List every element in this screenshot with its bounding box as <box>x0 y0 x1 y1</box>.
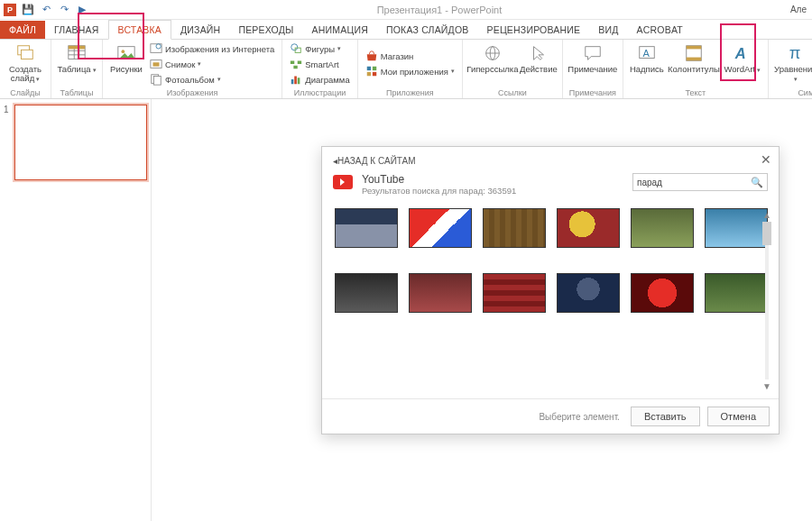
svg-rect-19 <box>298 61 301 65</box>
group-apps: Магазин Мои приложения ▾ Приложения <box>358 40 463 98</box>
search-input[interactable]: парад 🔍 <box>632 173 768 191</box>
powerpoint-app-icon <box>4 4 16 16</box>
annotation-highlight-video-button <box>720 23 756 81</box>
svg-point-16 <box>291 44 298 50</box>
equation-button[interactable]: π Уравнение <box>774 41 812 84</box>
slide-number: 1 <box>4 105 11 180</box>
smartart-button[interactable]: SmartArt <box>288 57 351 71</box>
results-scrollbar[interactable]: ▲ ▼ <box>761 210 773 391</box>
group-links: Гиперссылка Действие Ссылки <box>463 40 563 98</box>
photo-album-button[interactable]: Фотоальбом ▾ <box>148 72 276 87</box>
textbox-button[interactable]: A Надпись <box>629 41 665 74</box>
equation-icon: π <box>785 43 807 63</box>
insert-online-video-dialog: ✕ НАЗАД К САЙТАМ YouTube Результатов пои… <box>321 146 780 434</box>
store-button[interactable]: Магазин <box>364 49 457 63</box>
close-icon[interactable]: ✕ <box>761 152 771 167</box>
svg-rect-23 <box>298 78 300 84</box>
hyperlink-icon <box>482 43 503 63</box>
my-apps-button[interactable]: Мои приложения ▾ <box>364 64 457 78</box>
chart-button[interactable]: Диаграмма <box>288 72 351 87</box>
svg-rect-18 <box>291 61 294 65</box>
group-comments: Примечание Примечания <box>563 40 623 98</box>
tab-file[interactable]: ФАЙЛ <box>0 21 45 39</box>
scroll-down-icon[interactable]: ▼ <box>762 381 771 391</box>
shapes-button[interactable]: Фигуры ▾ <box>288 41 351 56</box>
search-icon[interactable]: 🔍 <box>751 177 763 188</box>
hyperlink-button[interactable]: Гиперссылка <box>468 41 517 74</box>
tab-animation[interactable]: АНИМАЦИЯ <box>303 21 377 39</box>
video-result[interactable] <box>335 208 398 248</box>
video-result[interactable] <box>483 208 546 248</box>
tab-slideshow[interactable]: ПОКАЗ СЛАЙДОВ <box>377 21 478 39</box>
tab-review[interactable]: РЕЦЕНЗИРОВАНИЕ <box>478 21 590 39</box>
search-results: ▲ ▼ <box>322 203 779 398</box>
chart-icon <box>290 73 302 86</box>
video-result[interactable] <box>557 208 620 248</box>
quick-access-toolbar: 💾 ↶ ↷ ▶ <box>0 4 88 16</box>
textbox-icon: A <box>636 43 658 63</box>
tab-transitions[interactable]: ПЕРЕХОДЫ <box>229 21 302 39</box>
store-icon <box>365 50 378 62</box>
video-result[interactable] <box>557 273 620 313</box>
group-slides: Создать слайд Слайды <box>0 40 51 98</box>
header-footer-icon <box>683 43 705 63</box>
svg-rect-35 <box>687 58 702 61</box>
video-result[interactable] <box>705 208 768 248</box>
svg-text:π: π <box>789 43 801 62</box>
online-pictures-button[interactable]: Изображения из Интернета <box>148 41 276 56</box>
results-summary: Результатов поиска для парад: 363591 <box>362 186 623 196</box>
group-symbols: π Уравнение Ω Символ Символы <box>769 40 812 98</box>
online-pictures-icon <box>150 42 162 55</box>
new-slide-button[interactable]: Создать слайд <box>5 41 45 84</box>
back-to-sites-link[interactable]: НАЗАД К САЙТАМ <box>322 147 779 169</box>
video-result[interactable] <box>335 273 398 313</box>
svg-rect-24 <box>366 67 370 70</box>
video-result[interactable] <box>409 208 472 248</box>
svg-rect-15 <box>153 77 161 86</box>
cancel-button[interactable]: Отмена <box>707 407 770 426</box>
my-apps-icon <box>365 65 378 78</box>
youtube-icon <box>333 175 353 189</box>
video-result[interactable] <box>631 208 694 248</box>
shapes-icon <box>290 42 302 55</box>
svg-rect-25 <box>373 67 376 70</box>
video-result[interactable] <box>705 273 768 313</box>
slide-thumbnail[interactable]: 1 <box>4 105 147 180</box>
undo-icon[interactable]: ↶ <box>40 4 52 16</box>
redo-icon[interactable]: ↷ <box>58 4 70 16</box>
slide-thumbnails-pane: 1 <box>0 99 152 521</box>
slide-preview <box>14 105 147 180</box>
video-result[interactable] <box>409 273 472 313</box>
source-title: YouTube <box>362 173 623 186</box>
svg-rect-21 <box>291 79 294 84</box>
screenshot-button[interactable]: Снимок ▾ <box>148 57 276 71</box>
footer-hint: Выберите элемент. <box>539 412 619 422</box>
comment-icon <box>582 43 604 63</box>
dialog-footer: Выберите элемент. Вставить Отмена <box>322 398 779 434</box>
scroll-track[interactable] <box>765 222 769 379</box>
svg-rect-34 <box>687 46 702 50</box>
group-illustrations: Фигуры ▾ SmartArt Диаграмма Иллюстрации <box>282 40 357 98</box>
scroll-up-icon[interactable]: ▲ <box>762 210 771 220</box>
window-title: Презентация1 - PowerPoint <box>88 5 790 15</box>
insert-button[interactable]: Вставить <box>631 407 700 426</box>
save-icon[interactable]: 💾 <box>22 4 34 16</box>
svg-rect-20 <box>294 66 298 69</box>
smartart-icon <box>290 58 302 70</box>
action-button[interactable]: Действие <box>521 41 557 74</box>
svg-rect-13 <box>153 62 160 66</box>
workspace: 1 ✕ НАЗАД К САЙТАМ YouTube Результатов п… <box>0 99 812 521</box>
video-result[interactable] <box>483 273 546 313</box>
comment-button[interactable]: Примечание <box>568 41 617 74</box>
tab-design[interactable]: ДИЗАЙН <box>171 21 229 39</box>
tab-view[interactable]: ВИД <box>589 21 627 39</box>
video-result[interactable] <box>631 273 694 313</box>
new-slide-icon <box>14 43 36 63</box>
tab-acrobat[interactable]: ACROBAT <box>628 21 692 39</box>
screenshot-icon <box>150 58 162 70</box>
header-footer-button[interactable]: Колонтитулы <box>669 41 719 74</box>
annotation-highlight-insert-tab <box>78 13 144 59</box>
slide-canvas[interactable]: ✕ НАЗАД К САЙТАМ YouTube Результатов пои… <box>152 99 812 521</box>
scroll-handle[interactable] <box>762 222 771 245</box>
action-icon <box>528 43 549 63</box>
